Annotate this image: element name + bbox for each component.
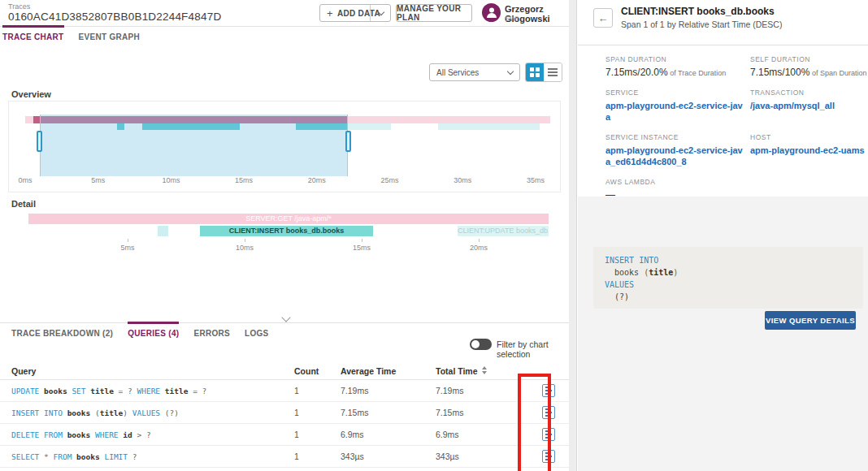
brush-handle-left[interactable] (37, 131, 42, 152)
table-row: SELECT * FROM books LIMIT ?1343µs343µs (0, 446, 569, 468)
average-time-cell: 7.15ms (341, 408, 436, 417)
span-subtitle: Span 1 of 1 by Relative Start Time (DESC… (621, 19, 782, 29)
col-query[interactable]: Query (11, 366, 294, 376)
person-icon (486, 6, 497, 19)
breadcrumb[interactable]: Traces (8, 2, 30, 11)
collapse-chevron-icon[interactable] (281, 313, 290, 322)
tab-logs[interactable]: LOGS (245, 323, 269, 343)
trace-panel: Traces 0160AC41D3852807BB0B1D2244F4847D … (0, 0, 569, 471)
main-tab-bar: TRACE CHARTEVENT GRAPH (0, 26, 577, 46)
sort-icon[interactable] (482, 365, 487, 377)
avatar[interactable] (482, 3, 501, 22)
field-label: SERVICE (605, 89, 750, 97)
span-title: CLIENT:INSERT books_db.books (621, 6, 775, 17)
query-text[interactable]: INSERT INTO books (title) VALUES (?) (11, 408, 294, 417)
scrollbar-track[interactable] (569, 0, 577, 471)
axis-tick-label: 25ms (380, 176, 398, 184)
breakdown-tab-bar: TRACE BREAKDOWN (2)QUERIES (4)ERRORSLOGS (0, 322, 577, 343)
field-value: 7.15ms/20.0% of Trace Duration (605, 67, 750, 78)
field-value: — (605, 189, 750, 201)
add-data-label: ADD DATA (337, 9, 380, 18)
list-view-button[interactable] (544, 63, 562, 81)
overview-label: Overview (11, 89, 51, 99)
sql-line: (?) (605, 291, 852, 303)
grid-icon (530, 67, 540, 77)
field-suffix: of Span Duration (809, 69, 866, 77)
tab-queries-4[interactable]: QUERIES (4) (128, 323, 179, 343)
axis-tick-label: 15ms (353, 244, 371, 252)
overview-activity-bar (438, 123, 540, 130)
count-cell: 1 (294, 452, 341, 461)
axis-tick-mark (362, 239, 362, 242)
detail-span-server-get-java-apm[interactable]: SERVER:GET /java-apm/* (28, 214, 549, 224)
sql-query-block: INSERT INTO books (title)VALUES (?) (593, 247, 863, 309)
field-value[interactable]: apm-playground-ec2-uams (750, 145, 868, 156)
average-time-cell: 343µs (341, 452, 436, 461)
tab-event-graph[interactable]: EVENT GRAPH (79, 27, 141, 46)
detail-span-segment[interactable] (158, 226, 167, 236)
tab-trace-breakdown-2[interactable]: TRACE BREAKDOWN (2) (11, 323, 113, 343)
field-service-instance: SERVICE INSTANCEapm-playground-ec2-servi… (605, 133, 750, 167)
axis-tick-mark (128, 239, 128, 242)
col-average-time[interactable]: Average Time (341, 366, 436, 376)
axis-tick-label: 20ms (470, 244, 488, 252)
selection-brush[interactable] (40, 115, 348, 176)
view-query-details-button[interactable]: VIEW QUERY DETAILS (765, 311, 856, 330)
brush-handle-right[interactable] (345, 131, 351, 152)
list-icon (548, 67, 558, 78)
detail-chart[interactable]: SERVER:GET /java-apm/*CLIENT:INSERT book… (8, 209, 561, 259)
user-org: SWI (505, 15, 519, 23)
add-data-button[interactable]: + ADD DATA (319, 4, 391, 22)
back-button[interactable]: ← (593, 8, 613, 28)
query-text[interactable]: UPDATE books SET title = ? WHERE title =… (11, 387, 294, 395)
overview-activity-bar (347, 123, 391, 130)
tab-errors[interactable]: ERRORS (193, 323, 230, 343)
detail-span-client-insert-books-db-books[interactable]: CLIENT:INSERT books_db.books (200, 226, 374, 236)
average-time-cell: 7.19ms (341, 386, 436, 395)
query-details-icon[interactable] (542, 428, 555, 441)
field-value[interactable]: apm-playground-ec2-service-java (605, 100, 744, 123)
filter-by-chart-toggle[interactable] (470, 339, 492, 350)
service-filter-select[interactable]: All Services (429, 63, 520, 81)
tab-trace-chart[interactable]: TRACE CHART (2, 27, 64, 46)
field-suffix: of Trace Duration (668, 69, 727, 77)
field-service: SERVICEapm-playground-ec2-service-java (605, 89, 750, 123)
field-aws-lambda: AWS LAMBDA— (605, 178, 750, 201)
query-text[interactable]: SELECT * FROM books LIMIT ? (11, 452, 294, 461)
field-value[interactable]: apm-playground-ec2-service-java_ed61d4d4… (605, 145, 744, 167)
field-transaction: TRANSACTION/java-apm/mysql_all (750, 89, 868, 123)
query-details-icon[interactable] (542, 384, 555, 397)
total-time-cell: 7.19ms (436, 386, 523, 395)
col-total-time[interactable]: Total Time (436, 365, 523, 377)
field-value: 7.15ms/100% of Span Duration (750, 67, 868, 78)
axis-tick-label: 15ms (235, 176, 253, 184)
field-self-duration: SELF DURATION7.15ms/100% of Span Duratio… (750, 55, 868, 78)
detail-span-client-update-books-db-b[interactable]: CLIENT:UPDATE books_db.b... (458, 226, 549, 236)
detail-label: Detail (11, 199, 36, 209)
count-cell: 1 (294, 430, 341, 439)
field-host: HOSTapm-playground-ec2-uams (750, 133, 868, 167)
axis-tick-label: 5ms (120, 244, 134, 252)
col-count[interactable]: Count (294, 366, 341, 376)
query-text[interactable]: DELETE FROM books WHERE id > ? (11, 430, 294, 439)
grid-view-button[interactable] (526, 63, 544, 81)
service-filter-value: All Services (436, 68, 479, 77)
field-label: AWS LAMBDA (605, 178, 750, 186)
query-details-icon[interactable] (542, 450, 555, 463)
overview-chart[interactable]: 0ms5ms10ms15ms20ms25ms30ms35ms (8, 101, 561, 192)
query-table-header: Query Count Average Time Total Time (0, 363, 569, 380)
plus-icon: + (327, 7, 333, 19)
span-fields: SPAN DURATION7.15ms/20.0% of Trace Durat… (605, 55, 857, 201)
sql-line: VALUES (605, 279, 852, 291)
page-title: 0160AC41D3852807BB0B1D2244F4847D (8, 11, 221, 23)
manage-plan-button[interactable]: MANAGE YOUR PLAN (396, 4, 472, 22)
count-cell: 1 (294, 386, 341, 395)
field-value[interactable]: /java-apm/mysql_all (750, 100, 868, 111)
total-time-cell: 6.9ms (436, 430, 523, 439)
axis-tick-label: 30ms (454, 176, 471, 184)
average-time-cell: 6.9ms (341, 430, 436, 439)
axis-tick-label: 10ms (236, 244, 254, 252)
query-details-icon[interactable] (542, 406, 555, 419)
span-detail-panel: ← CLIENT:INSERT books_db.books Span 1 of… (578, 0, 868, 471)
field-label: SERVICE INSTANCE (605, 133, 750, 141)
